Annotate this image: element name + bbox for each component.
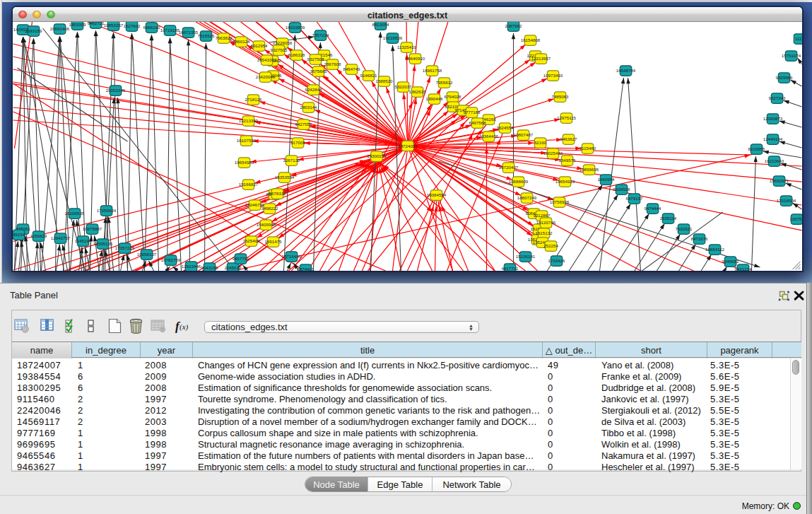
svg-text:1733426: 1733426 (548, 258, 565, 263)
svg-text:9427552: 9427552 (295, 122, 312, 127)
svg-text:1588520: 1588520 (375, 78, 393, 83)
svg-text:20364436: 20364436 (479, 134, 499, 139)
svg-text:16107552: 16107552 (237, 138, 257, 143)
svg-text:16671355: 16671355 (179, 30, 199, 35)
svg-text:12942757: 12942757 (51, 235, 71, 240)
svg-text:10807487: 10807487 (514, 132, 534, 137)
svg-text:19654923: 19654923 (555, 179, 575, 184)
svg-text:3675685: 3675685 (310, 69, 327, 74)
svg-text:8912954: 8912954 (250, 43, 268, 48)
svg-text:9457791: 9457791 (232, 256, 249, 261)
svg-text:1990448: 1990448 (425, 96, 443, 101)
svg-text:19300275: 19300275 (367, 153, 387, 158)
svg-text:9146821: 9146821 (360, 73, 377, 78)
svg-text:16210643: 16210643 (765, 158, 784, 163)
svg-text:8186328: 8186328 (288, 52, 305, 57)
svg-text:26206535: 26206535 (65, 211, 85, 216)
svg-text:20691406: 20691406 (50, 26, 70, 31)
svg-text:9777169: 9777169 (463, 110, 481, 115)
svg-text:7955812: 7955812 (435, 80, 453, 85)
svg-text:16154808: 16154808 (521, 37, 541, 42)
svg-text:16543362: 16543362 (257, 57, 277, 62)
svg-text:10654112: 10654112 (705, 247, 725, 252)
svg-text:10899695: 10899695 (579, 167, 599, 172)
svg-text:2867608: 2867608 (324, 62, 341, 66)
svg-text:16961758: 16961758 (423, 68, 442, 73)
svg-text:15751074: 15751074 (782, 53, 801, 58)
svg-text:12444194: 12444194 (763, 136, 783, 141)
svg-text:8813054: 8813054 (372, 22, 389, 27)
svg-text:9431234: 9431234 (734, 267, 752, 271)
svg-text:252254: 252254 (543, 243, 558, 248)
svg-text:12213369: 12213369 (239, 118, 259, 123)
svg-text:19218506: 19218506 (383, 35, 403, 40)
svg-text:2718126: 2718126 (245, 97, 262, 102)
svg-text:10719185: 10719185 (160, 28, 180, 33)
svg-text:1112: 1112 (795, 36, 802, 41)
svg-text:12975115: 12975115 (557, 115, 577, 120)
svg-text:2093159: 2093159 (25, 28, 42, 33)
svg-text:8454749: 8454749 (343, 66, 360, 71)
svg-text:1615132: 1615132 (535, 230, 553, 235)
svg-text:7357224: 7357224 (312, 33, 329, 37)
svg-text:4417731: 4417731 (501, 266, 519, 271)
svg-text:12213957: 12213957 (531, 56, 551, 61)
svg-text:10973493: 10973493 (543, 73, 563, 78)
svg-text:8471676: 8471676 (690, 236, 708, 241)
svg-text:16640910: 16640910 (406, 56, 425, 61)
svg-text:5322037: 5322037 (394, 84, 412, 89)
svg-text:12923446: 12923446 (182, 264, 201, 269)
svg-text:15716485: 15716485 (282, 254, 302, 259)
svg-text:9043155: 9043155 (201, 265, 218, 270)
svg-text:19384554: 19384554 (427, 192, 447, 197)
svg-text:10975887: 10975887 (83, 226, 102, 231)
svg-text:2935114: 2935114 (660, 216, 677, 221)
svg-text:9327505: 9327505 (270, 47, 288, 52)
svg-text:20053346: 20053346 (106, 88, 126, 93)
svg-text:1440954: 1440954 (597, 177, 615, 182)
svg-text:18807249: 18807249 (517, 195, 537, 200)
svg-text:39154: 39154 (13, 232, 25, 237)
svg-text:9463627: 9463627 (560, 136, 577, 141)
svg-text:9474444: 9474444 (644, 206, 661, 211)
svg-text:18724007: 18724007 (398, 144, 418, 148)
svg-text:3498222: 3498222 (261, 206, 278, 211)
svg-text:16033809: 16033809 (286, 25, 305, 30)
svg-text:9245652: 9245652 (722, 259, 739, 264)
svg-text:10853267: 10853267 (104, 23, 124, 28)
svg-text:1853309: 1853309 (69, 22, 86, 27)
svg-text:1549575: 1549575 (558, 158, 576, 163)
svg-text:17016504: 17016504 (777, 198, 796, 203)
svg-text:9242848: 9242848 (305, 87, 322, 92)
svg-text:6966160: 6966160 (143, 25, 160, 30)
svg-text:16648784: 16648784 (616, 68, 636, 73)
svg-text:10688609: 10688609 (509, 179, 529, 184)
svg-text:8860124: 8860124 (233, 39, 250, 44)
svg-text:7625402: 7625402 (242, 238, 260, 243)
svg-text:8874421: 8874421 (297, 267, 314, 271)
svg-text:6479197: 6479197 (625, 196, 643, 201)
svg-text:917006: 917006 (290, 140, 305, 145)
svg-text:116753: 116753 (789, 216, 802, 221)
svg-text:19166827: 19166827 (239, 182, 259, 187)
svg-text:15409948: 15409948 (257, 222, 276, 227)
svg-text:15136141: 15136141 (516, 254, 536, 259)
svg-text:7515526: 7515526 (197, 33, 215, 38)
svg-text:15692971: 15692971 (770, 178, 789, 183)
svg-text:1691475: 1691475 (264, 239, 282, 244)
svg-text:9329966: 9329966 (775, 75, 793, 80)
svg-text:5938928: 5938928 (613, 187, 630, 192)
svg-text:1527602: 1527602 (123, 23, 141, 28)
svg-text:19654983: 19654983 (235, 160, 254, 165)
svg-text:15353594: 15353594 (275, 175, 295, 180)
svg-text:10025483: 10025483 (543, 151, 563, 156)
svg-text:9212867: 9212867 (533, 213, 551, 218)
svg-text:12505135: 12505135 (93, 241, 113, 246)
svg-text:7632621: 7632621 (675, 226, 693, 231)
svg-text:9115460: 9115460 (579, 146, 596, 151)
svg-text:10756928: 10756928 (550, 199, 570, 204)
svg-text:(x): (x) (180, 322, 189, 332)
svg-text:3624554: 3624554 (496, 125, 514, 130)
svg-text:12093873: 12093873 (763, 116, 783, 121)
svg-text:1145194: 1145194 (75, 238, 92, 243)
